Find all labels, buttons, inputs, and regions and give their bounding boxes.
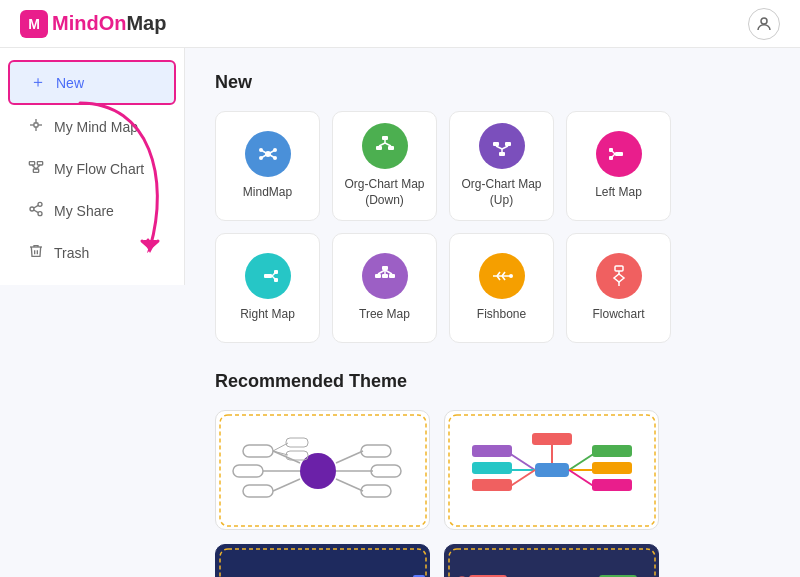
svg-rect-90 <box>592 462 632 474</box>
flowchart-card-icon <box>596 253 642 299</box>
sidebar-container: ＋ New My Mind Map <box>0 48 185 577</box>
org-chart-down-icon <box>362 123 408 169</box>
svg-point-25 <box>273 156 277 160</box>
svg-rect-98 <box>472 479 512 491</box>
mindmap-icon <box>28 117 44 137</box>
svg-rect-47 <box>274 278 278 282</box>
left-map-label: Left Map <box>595 185 642 201</box>
theme-preview-2 <box>447 413 657 528</box>
svg-line-52 <box>378 270 385 274</box>
map-grid: MindMap Org-Chart Map(Down) <box>215 111 770 343</box>
app-header: M MindOnMap <box>0 0 800 48</box>
sidebar-item-new-label: New <box>56 75 84 91</box>
svg-rect-51 <box>389 274 395 278</box>
svg-rect-28 <box>388 146 394 150</box>
theme-card-1[interactable] <box>215 410 430 530</box>
svg-rect-38 <box>615 152 623 156</box>
svg-rect-27 <box>376 146 382 150</box>
flowchart-card-label: Flowchart <box>592 307 644 323</box>
svg-point-22 <box>259 148 263 152</box>
fishbone-label: Fishbone <box>477 307 526 323</box>
svg-rect-41 <box>609 148 613 152</box>
mindmap-card-icon <box>245 131 291 177</box>
svg-line-54 <box>385 270 392 274</box>
sidebar-item-trash[interactable]: Trash <box>8 233 176 273</box>
svg-point-13 <box>38 212 42 216</box>
theme-grid <box>215 410 770 577</box>
map-card-mindmap[interactable]: MindMap <box>215 111 320 221</box>
svg-rect-1 <box>34 123 38 127</box>
svg-rect-49 <box>375 274 381 278</box>
svg-rect-42 <box>609 156 613 160</box>
right-map-icon <box>245 253 291 299</box>
svg-rect-46 <box>274 270 278 274</box>
theme-card-4[interactable] <box>444 544 659 577</box>
sidebar: ＋ New My Mind Map <box>0 48 185 285</box>
share-icon <box>28 201 44 221</box>
sidebar-item-my-mind-map[interactable]: My Mind Map <box>8 107 176 147</box>
sidebar-item-my-mind-map-label: My Mind Map <box>54 119 138 135</box>
sidebar-item-my-flow-chart-label: My Flow Chart <box>54 161 144 177</box>
svg-line-31 <box>385 143 391 146</box>
plus-icon: ＋ <box>30 72 46 93</box>
main-layout: ＋ New My Mind Map <box>0 48 800 577</box>
svg-rect-26 <box>382 136 388 140</box>
svg-rect-50 <box>382 274 388 278</box>
svg-point-24 <box>273 148 277 152</box>
tree-map-label: Tree Map <box>359 307 410 323</box>
svg-rect-61 <box>615 266 623 271</box>
theme-preview-4 <box>447 547 657 578</box>
svg-point-0 <box>761 18 767 24</box>
svg-rect-92 <box>592 479 632 491</box>
map-card-flowchart[interactable]: Flowchart <box>566 233 671 343</box>
svg-point-11 <box>38 202 42 206</box>
new-section-title: New <box>215 72 770 93</box>
map-card-org-chart-down[interactable]: Org-Chart Map(Down) <box>332 111 437 221</box>
svg-point-12 <box>30 207 34 211</box>
svg-rect-7 <box>37 162 42 165</box>
map-card-tree-map[interactable]: Tree Map <box>332 233 437 343</box>
svg-line-30 <box>379 143 385 146</box>
trash-icon <box>28 243 44 263</box>
org-chart-up-label: Org-Chart Map (Up) <box>450 177 553 208</box>
svg-rect-96 <box>472 462 512 474</box>
svg-rect-34 <box>505 142 511 146</box>
svg-rect-43 <box>264 274 272 278</box>
svg-point-66 <box>300 453 336 489</box>
svg-point-60 <box>509 274 513 278</box>
sidebar-item-my-share-label: My Share <box>54 203 114 219</box>
svg-rect-6 <box>29 162 34 165</box>
svg-line-36 <box>496 146 502 149</box>
left-map-icon <box>596 131 642 177</box>
tree-map-icon <box>362 253 408 299</box>
svg-line-14 <box>34 210 39 213</box>
svg-rect-86 <box>532 433 572 445</box>
svg-rect-48 <box>382 266 388 270</box>
user-avatar-button[interactable] <box>748 8 780 40</box>
theme-card-2[interactable] <box>444 410 659 530</box>
sidebar-item-new[interactable]: ＋ New <box>8 60 176 105</box>
map-card-left-map[interactable]: Left Map <box>566 111 671 221</box>
map-card-right-map[interactable]: Right Map <box>215 233 320 343</box>
svg-line-15 <box>34 205 39 208</box>
main-content: New MindMap <box>185 48 800 577</box>
svg-point-17 <box>265 151 271 157</box>
flowchart-icon <box>28 159 44 179</box>
svg-line-37 <box>502 146 508 149</box>
map-card-org-chart-up[interactable]: Org-Chart Map (Up) <box>449 111 554 221</box>
recommended-section-title: Recommended Theme <box>215 371 770 392</box>
logo-icon: M <box>20 10 48 38</box>
logo-text: MindOnMap <box>52 12 166 35</box>
map-card-fishbone[interactable]: Fishbone <box>449 233 554 343</box>
right-map-label: Right Map <box>240 307 295 323</box>
theme-card-3[interactable] <box>215 544 430 577</box>
svg-rect-117 <box>449 549 655 578</box>
fishbone-icon <box>479 253 525 299</box>
sidebar-item-my-flow-chart[interactable]: My Flow Chart <box>8 149 176 189</box>
sidebar-item-my-share[interactable]: My Share <box>8 191 176 231</box>
mindmap-card-label: MindMap <box>243 185 292 201</box>
theme-preview-3 <box>218 547 428 578</box>
svg-rect-88 <box>592 445 632 457</box>
svg-rect-33 <box>493 142 499 146</box>
svg-rect-8 <box>33 169 38 172</box>
